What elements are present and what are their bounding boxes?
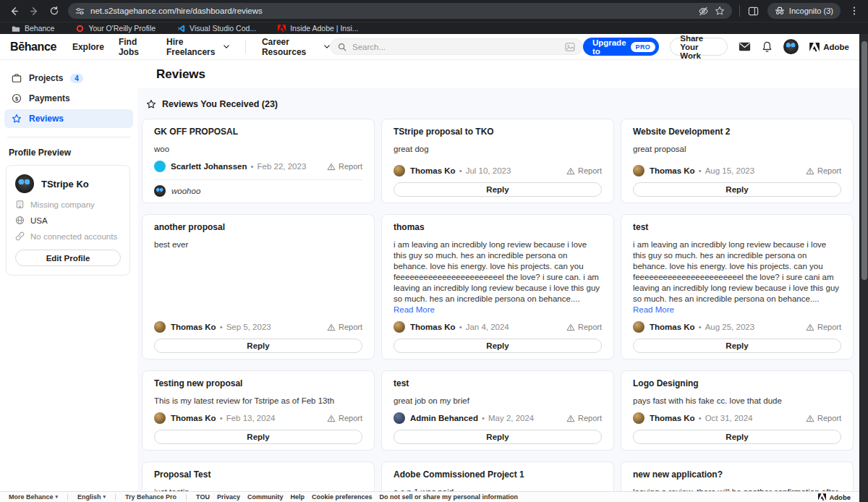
reply-author-avatar [154,185,166,197]
report-label: Report [817,166,841,175]
incognito-badge[interactable]: Incognito (3) [767,3,841,19]
profile-avatar[interactable] [15,174,34,193]
bookmark-behance[interactable]: Behance [12,24,54,33]
warning-icon [327,414,336,422]
footer-link-tou[interactable]: TOU [196,493,210,501]
back-icon[interactable] [7,4,20,17]
report-button[interactable]: Report [327,323,362,331]
report-button[interactable]: Report [327,162,362,171]
review-date: Feb 13, 2024 [226,414,276,422]
report-button[interactable]: Report [566,323,602,331]
behance-logo[interactable]: Bēhance [10,41,56,54]
bookmark-inside-adobe[interactable]: Inside Adobe | Insi... [278,24,358,33]
side-panel-icon[interactable] [747,4,760,17]
report-button[interactable]: Report [327,414,362,422]
nav-hire-freelancers[interactable]: Hire Freelancers [166,37,229,57]
messages-icon[interactable] [739,42,751,51]
reload-icon[interactable] [48,4,61,17]
company-icon [15,200,25,209]
bookmark-oreilly[interactable]: Your O'Reilly Profile [76,24,156,33]
footer-link-privacy[interactable]: Privacy [217,493,240,501]
review-date: Oct 31, 2024 [705,414,753,422]
report-label: Report [339,323,362,331]
review-title: Proposal Test [154,469,362,480]
review-title: TStripe proposal to TKO [393,127,602,137]
sidebar-divider [7,137,130,137]
review-body: woo [154,144,362,155]
review-body: This is my latest review for Tstripe as … [154,396,362,407]
review-body: great job on my brief [393,396,602,407]
report-label: Report [578,323,602,331]
bookmarks-bar: Behance Your O'Reilly Profile Visual Stu… [0,22,868,34]
reply-button[interactable]: Reply [154,430,362,444]
report-button[interactable]: Report [806,166,841,175]
reply-button[interactable]: Reply [633,339,841,353]
footer-link-cookie-preferences[interactable]: Cookie preferences [312,493,373,501]
report-label: Report [817,414,841,422]
footer-more-behance[interactable]: More Behance▾ [9,493,58,501]
footer-link-do-not-sell[interactable]: Do not sell or share my personal informa… [380,493,519,501]
dot-separator: • [459,323,462,331]
upgrade-pro-button[interactable]: Upgrade to PRO [583,38,659,56]
user-avatar[interactable] [783,39,799,54]
read-more-link[interactable]: Read More [633,305,674,315]
address-bar[interactable]: net.s2stagehance.com/hire/dashboard/revi… [68,3,732,19]
site-settings-icon[interactable] [75,7,85,16]
adobe-logo-icon [818,493,826,501]
scrollbar-thumb[interactable] [861,41,867,280]
sidebar-item-payments[interactable]: $ Payments [4,89,133,108]
main-content: Reviews Reviews You Received (23) GK OFF… [137,60,859,502]
footer-language[interactable]: English▾ [77,493,106,501]
dot-separator: • [220,323,223,331]
url-text[interactable]: net.s2stagehance.com/hire/dashboard/revi… [90,7,263,15]
image-search-icon[interactable] [565,43,575,51]
footer-try-behance-pro[interactable]: Try Behance Pro [125,493,176,501]
search-icon [338,43,346,51]
footer-link-help[interactable]: Help [290,493,305,501]
report-button[interactable]: Report [566,166,602,175]
profile-preview-card: TStripe Ko Missing company USA No connec… [6,165,130,276]
reply-button[interactable]: Reply [393,182,602,197]
notifications-bell-icon[interactable] [762,41,773,53]
bookmark-vscode[interactable]: Visual Studio Cod... [177,24,256,33]
reply-button[interactable]: Reply [633,430,841,444]
share-your-work-button[interactable]: Share Your Work [670,38,728,56]
edit-profile-button[interactable]: Edit Profile [15,250,121,266]
footer-link-community[interactable]: Community [247,493,284,501]
sidebar-item-projects[interactable]: Projects 4 [4,69,133,88]
adobe-brand[interactable]: Adobe [809,43,849,51]
search-bar[interactable] [330,38,583,55]
read-more-link[interactable]: Read More [393,305,435,315]
review-date: Sep 5, 2023 [226,323,271,331]
review-meta-row: Thomas Ko•Oct 31, 2024Report [633,407,841,424]
reply-button[interactable]: Reply [393,339,602,353]
review-body: pays fast with his fake cc. love that du… [633,396,841,407]
nav-find-jobs[interactable]: Find Jobs [119,37,152,57]
link-icon [15,231,25,241]
reply-button[interactable]: Reply [154,339,362,353]
review-title: Website Development 2 [633,127,841,137]
scrollbar[interactable] [859,34,868,502]
header-actions: Upgrade to PRO Share Your Work Adobe [583,38,849,56]
review-card: Testing new proposalThis is my latest re… [142,370,375,451]
sidebar-item-reviews[interactable]: Reviews [4,109,133,128]
bookmark-star-icon[interactable] [715,6,725,16]
dot-separator: • [250,162,253,171]
nav-explore[interactable]: Explore [72,42,104,52]
review-meta-row: Thomas Ko•Jan 4, 2024Report [393,315,602,333]
reviewer-name: Admin Behanced [410,414,478,422]
report-button[interactable]: Report [806,323,841,331]
dot-separator: • [220,414,223,422]
reply-button[interactable]: Reply [633,182,841,197]
reply-button[interactable]: Reply [393,430,602,444]
reviewer-name: Thomas Ko [410,323,456,331]
forward-icon[interactable] [27,4,41,17]
section-title: Reviews You Received (23) [162,99,278,109]
report-button[interactable]: Report [806,414,841,422]
report-button[interactable]: Report [566,414,602,422]
search-input[interactable] [352,43,559,51]
password-eye-off-icon[interactable] [698,6,709,17]
browser-menu-icon[interactable] [848,4,861,17]
nav-career-resources[interactable]: Career Resources [262,37,330,57]
dot-separator: • [459,166,462,175]
